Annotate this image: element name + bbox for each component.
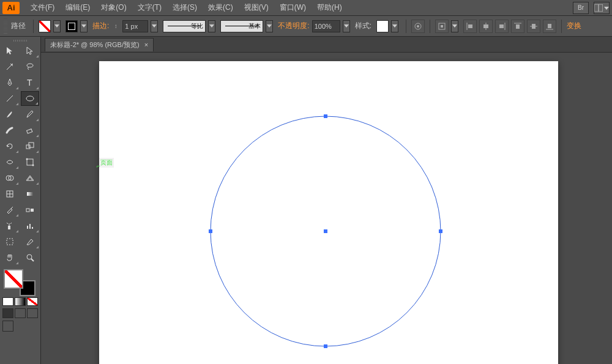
eyedropper-tool[interactable] — [1, 202, 19, 217]
align-right-button[interactable] — [495, 20, 509, 33]
menu-view[interactable]: 视图(V) — [239, 0, 274, 15]
stroke-dropdown[interactable] — [80, 20, 88, 32]
direct-selection-tool[interactable] — [21, 43, 39, 58]
stroke-label[interactable]: 描边: — [92, 21, 109, 31]
svg-rect-35 — [27, 192, 33, 196]
free-transform-tool[interactable] — [21, 155, 39, 169]
stroke-swatch[interactable] — [65, 20, 78, 32]
pencil-tool[interactable] — [21, 107, 39, 122]
draw-normal-button[interactable] — [2, 308, 13, 318]
screen-mode-button[interactable] — [2, 321, 13, 332]
align-left-button[interactable] — [463, 20, 477, 33]
menu-window[interactable]: 窗口(W) — [275, 0, 311, 15]
line-tool[interactable] — [1, 91, 19, 106]
svg-rect-42 — [7, 239, 13, 245]
svg-rect-27 — [27, 159, 33, 165]
selection-tool[interactable] — [1, 43, 19, 58]
tab-bar: 未标题-2* @ 98% (RGB/预览) × — [41, 37, 612, 53]
eraser-tool[interactable] — [21, 123, 39, 138]
fill-stroke-control[interactable] — [2, 269, 39, 296]
bridge-button[interactable]: Br — [573, 2, 589, 14]
svg-rect-15 — [532, 24, 536, 29]
color-mode-button[interactable] — [2, 297, 13, 306]
opacity-dropdown[interactable] — [343, 20, 350, 32]
gradient-mode-button[interactable] — [15, 297, 26, 306]
perspective-grid-tool[interactable] — [21, 171, 39, 185]
stroke-width-field[interactable]: 1 px — [122, 20, 148, 32]
brush-dropdown[interactable] — [266, 20, 273, 32]
profile-preview[interactable]: 等比 — [163, 20, 206, 32]
menu-effect[interactable]: 效果(C) — [203, 0, 238, 15]
svg-point-19 — [27, 64, 33, 67]
shape-builder-tool[interactable] — [1, 171, 19, 185]
style-dropdown[interactable] — [391, 20, 398, 32]
opacity-field[interactable]: 100% — [312, 20, 340, 32]
draw-inside-button[interactable] — [27, 308, 38, 318]
arrange-docs-button[interactable] — [594, 2, 610, 14]
style-swatch[interactable] — [376, 20, 389, 32]
draw-behind-button[interactable] — [15, 308, 26, 318]
menu-file[interactable]: 文件(F) — [26, 0, 59, 15]
menu-type[interactable]: 文字(T) — [133, 0, 166, 15]
blend-tool[interactable] — [21, 202, 39, 217]
recolor-button[interactable] — [411, 20, 425, 33]
close-tab-button[interactable]: × — [144, 41, 148, 48]
svg-point-29 — [32, 165, 34, 166]
align-hcenter-button[interactable] — [479, 20, 493, 33]
magic-wand-tool[interactable] — [1, 59, 19, 74]
blob-brush-tool[interactable] — [1, 123, 19, 138]
column-graph-tool[interactable] — [21, 218, 39, 233]
canvas-area[interactable]: ⌐ 页面 — [41, 53, 612, 364]
svg-rect-50 — [324, 229, 327, 233]
opacity-label[interactable]: 不透明度: — [278, 21, 309, 31]
menu-bar: Ai 文件(F) 编辑(E) 对象(O) 文字(T) 选择(S) 效果(C) 视… — [0, 0, 612, 16]
artboard-tool[interactable] — [1, 234, 19, 249]
pen-tool[interactable] — [1, 75, 19, 90]
transform-link[interactable]: 变换 — [567, 21, 581, 31]
svg-rect-47 — [324, 344, 327, 348]
menu-edit[interactable]: 编辑(E) — [61, 0, 95, 15]
brush-preview[interactable]: 基本 — [220, 20, 263, 32]
profile-dropdown[interactable] — [208, 20, 215, 32]
svg-rect-46 — [324, 114, 327, 118]
scale-tool[interactable] — [21, 139, 39, 154]
zoom-tool[interactable] — [21, 250, 39, 265]
type-tool[interactable]: T — [21, 75, 39, 90]
mesh-tool[interactable] — [1, 187, 19, 201]
svg-text:T: T — [27, 78, 32, 87]
svg-rect-48 — [209, 229, 212, 233]
width-tool[interactable] — [1, 155, 19, 169]
slice-tool[interactable] — [21, 234, 39, 249]
selected-ellipse[interactable] — [209, 115, 442, 347]
tool-panel: T — [0, 37, 41, 364]
menu-help[interactable]: 帮助(H) — [312, 0, 347, 15]
fill-swatch[interactable] — [39, 20, 51, 32]
stroke-stepper[interactable]: ↕ — [111, 20, 120, 32]
fill-dropdown[interactable] — [53, 20, 61, 32]
symbol-sprayer-tool[interactable] — [1, 218, 19, 233]
fill-color-swatch[interactable] — [4, 269, 23, 289]
align-button[interactable] — [435, 20, 449, 33]
hand-tool[interactable] — [1, 250, 19, 265]
gradient-tool[interactable] — [21, 187, 39, 201]
stroke-width-dropdown[interactable] — [151, 20, 158, 32]
selection-label: 路径 — [11, 21, 26, 31]
svg-point-23 — [26, 96, 34, 101]
rotate-tool[interactable] — [1, 139, 19, 154]
none-mode-button[interactable] — [27, 297, 38, 306]
options-bar: 路径 描边: ↕ 1 px 等比 基本 不透明度: 100% 样式: 变换 — [0, 16, 612, 37]
align-bottom-button[interactable] — [543, 20, 556, 33]
menu-object[interactable]: 对象(O) — [96, 0, 131, 15]
svg-rect-25 — [26, 145, 30, 149]
ellipse-tool[interactable] — [21, 91, 39, 106]
align-vcenter-button[interactable] — [527, 20, 540, 33]
lasso-tool[interactable] — [21, 59, 39, 74]
align-dropdown[interactable] — [451, 20, 458, 32]
align-top-button[interactable] — [511, 20, 524, 33]
panel-grip-icon[interactable] — [0, 38, 40, 43]
paintbrush-tool[interactable] — [1, 107, 19, 122]
menu-select[interactable]: 选择(S) — [168, 0, 202, 15]
svg-rect-24 — [27, 129, 32, 133]
svg-point-28 — [26, 158, 28, 160]
document-tab[interactable]: 未标题-2* @ 98% (RGB/预览) × — [45, 38, 154, 51]
